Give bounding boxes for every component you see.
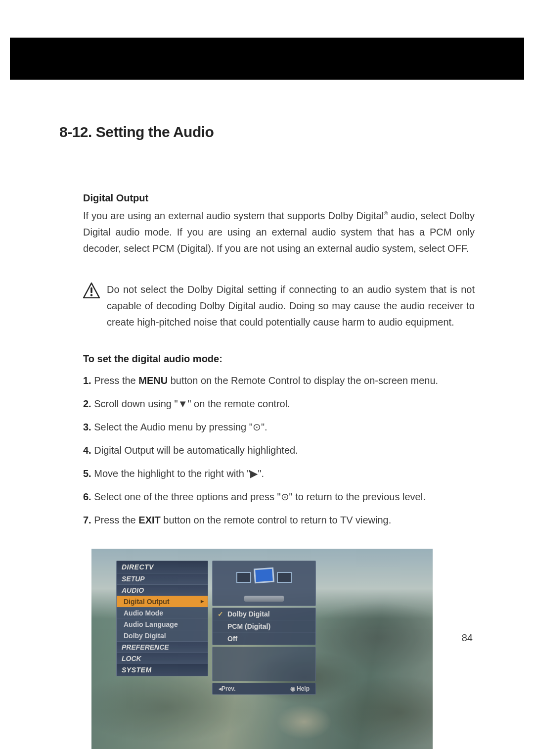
para-pre: If you are using an external audio syste… bbox=[83, 210, 384, 221]
osd-right-column: Dolby Digital PCM (Digital) Off ◂Prev. H… bbox=[212, 561, 316, 695]
osd-preview-graphic bbox=[212, 561, 316, 606]
step-text: Digital Output will be automatically hig… bbox=[91, 445, 298, 456]
osd-section-preference[interactable]: PREFERENCE bbox=[117, 641, 208, 653]
step-1: 1. Press the MENU button on the Remote C… bbox=[83, 373, 475, 388]
osd-menu: DIRECTV SETUP AUDIO Digital Output Audio… bbox=[116, 561, 319, 695]
osd-item-audio-mode[interactable]: Audio Mode bbox=[117, 607, 208, 618]
step-6: 6. Select one of the three options and p… bbox=[83, 489, 475, 504]
menu-button-label: MENU bbox=[138, 375, 168, 386]
osd-crumb-directv[interactable]: DIRECTV bbox=[117, 561, 208, 573]
osd-screenshot: DIRECTV SETUP AUDIO Digital Output Audio… bbox=[91, 549, 433, 749]
header-black-bar bbox=[10, 38, 524, 80]
step-text: Select the Audio menu by pressing " bbox=[91, 422, 253, 432]
exit-button-label: EXIT bbox=[138, 515, 160, 525]
page-number: 84 bbox=[462, 632, 473, 644]
down-arrow-icon: ▼ bbox=[178, 398, 188, 409]
step-text: Move the highlight to the right with " bbox=[91, 468, 251, 479]
right-arrow-icon: ▶ bbox=[250, 468, 258, 479]
step-2: 2. Scroll down using "▼" on the remote c… bbox=[83, 396, 475, 411]
step-text: ". bbox=[258, 468, 264, 479]
osd-option-pcm[interactable]: PCM (Digital) bbox=[213, 620, 315, 632]
step-num: 4. bbox=[83, 445, 91, 456]
step-text: Scroll down using " bbox=[91, 398, 178, 409]
warning-text: Do not select the Dolby Digital setting … bbox=[107, 282, 475, 331]
warning-block: Do not select the Dolby Digital setting … bbox=[83, 282, 475, 331]
osd-options-panel: Dolby Digital PCM (Digital) Off bbox=[212, 608, 316, 645]
osd-section-lock[interactable]: LOCK bbox=[117, 653, 208, 664]
osd-option-dolby-digital[interactable]: Dolby Digital bbox=[213, 608, 315, 620]
warning-icon bbox=[83, 283, 102, 331]
step-3: 3. Select the Audio menu by pressing "⊙"… bbox=[83, 420, 475, 434]
steps-list: 1. Press the MENU button on the Remote C… bbox=[83, 373, 475, 527]
step-num: 6. bbox=[83, 491, 91, 502]
osd-help-button[interactable]: Help bbox=[290, 685, 310, 692]
digital-output-heading: Digital Output bbox=[83, 192, 475, 204]
pedestal-icon bbox=[244, 596, 284, 602]
svg-point-1 bbox=[90, 294, 92, 296]
step-text: Press the bbox=[91, 375, 139, 386]
osd-empty-panel bbox=[212, 647, 316, 681]
osd-crumb-setup[interactable]: SETUP bbox=[117, 573, 208, 584]
select-dot-icon: ⊙ bbox=[281, 491, 289, 502]
osd-item-audio-language[interactable]: Audio Language bbox=[117, 618, 208, 630]
step-7: 7. Press the EXIT button on the remote c… bbox=[83, 513, 475, 527]
digital-output-paragraph: If you are using an external audio syste… bbox=[83, 208, 475, 257]
osd-prev-button[interactable]: ◂Prev. bbox=[219, 685, 235, 692]
tv-icon bbox=[236, 572, 251, 583]
osd-left-column: DIRECTV SETUP AUDIO Digital Output Audio… bbox=[116, 561, 208, 678]
step-num: 7. bbox=[83, 515, 91, 525]
osd-breadcrumb-panel: DIRECTV SETUP AUDIO Digital Output Audio… bbox=[116, 561, 208, 676]
step-num: 5. bbox=[83, 468, 91, 479]
step-text: Press the bbox=[91, 515, 139, 525]
procedure-heading: To set the digital audio mode: bbox=[83, 353, 475, 365]
step-num: 3. bbox=[83, 422, 91, 432]
tv-icon bbox=[254, 567, 274, 584]
step-text: button on the remote control to return t… bbox=[161, 515, 392, 525]
step-num: 1. bbox=[83, 375, 91, 386]
step-text: Select one of the three options and pres… bbox=[91, 491, 281, 502]
osd-section-system[interactable]: SYSTEM bbox=[117, 664, 208, 676]
step-num: 2. bbox=[83, 398, 91, 409]
select-dot-icon: ⊙ bbox=[253, 422, 261, 432]
osd-option-off[interactable]: Off bbox=[213, 632, 315, 645]
step-text: " on the remote control. bbox=[187, 398, 290, 409]
osd-crumb-audio[interactable]: AUDIO bbox=[117, 584, 208, 596]
step-text: " to return to the previous level. bbox=[289, 491, 426, 502]
step-5: 5. Move the highlight to the right with … bbox=[83, 466, 475, 481]
osd-footer: ◂Prev. Help bbox=[212, 683, 316, 695]
osd-item-digital-output[interactable]: Digital Output bbox=[117, 596, 208, 607]
step-text: ". bbox=[261, 422, 267, 432]
step-text: button on the Remote Control to display … bbox=[168, 375, 438, 386]
page-content: 8-12. Setting the Audio Digital Output I… bbox=[59, 124, 475, 527]
step-4: 4. Digital Output will be automatically … bbox=[83, 443, 475, 458]
section-title: 8-12. Setting the Audio bbox=[59, 124, 475, 141]
osd-item-dolby-digital[interactable]: Dolby Digital bbox=[117, 630, 208, 641]
tv-icon bbox=[277, 572, 292, 583]
svg-rect-0 bbox=[90, 287, 92, 293]
